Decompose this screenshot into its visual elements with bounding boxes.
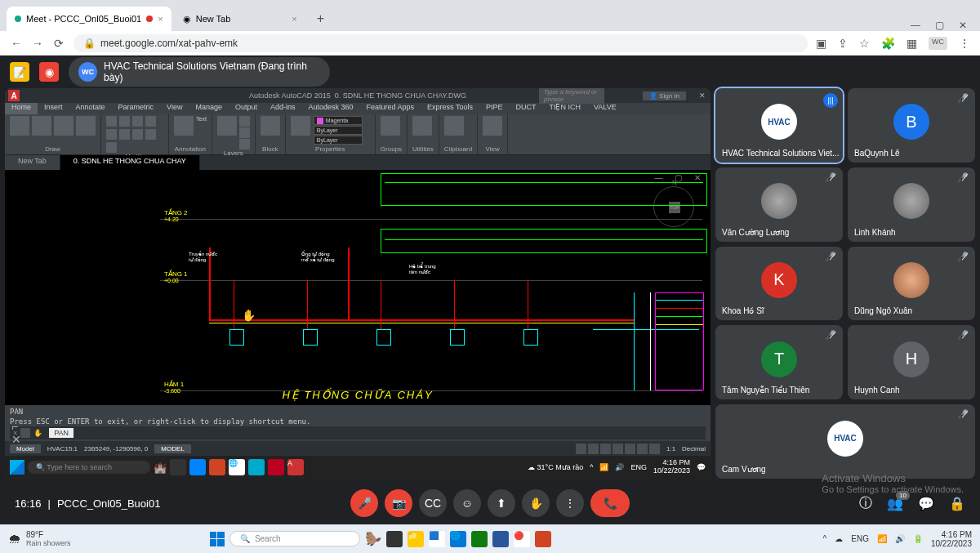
forward-icon[interactable]: → (31, 37, 44, 50)
snap-toggle[interactable] (576, 444, 586, 454)
tab-view[interactable]: View (160, 103, 189, 114)
doc-tab-active[interactable]: 0. SDNL HE THONG CHUA CHAY (60, 155, 200, 170)
reactions-button[interactable]: ☺ (453, 489, 481, 517)
chat-button[interactable]: 💬 (918, 496, 934, 511)
excel-icon[interactable] (471, 531, 488, 547)
participant-tile[interactable]: 🎤̸ Dũng Ngô Xuân (848, 247, 975, 321)
app-icon[interactable]: 🦫 (365, 531, 381, 546)
wifi-icon[interactable]: 📶 (599, 463, 608, 471)
participant-tile[interactable]: 🎤̸ Linh Khánh (848, 167, 975, 242)
osnap-toggle[interactable] (625, 444, 635, 454)
people-button[interactable]: 👥 (887, 496, 903, 511)
grid-toggle[interactable] (588, 444, 599, 454)
arc-tool[interactable] (76, 116, 96, 136)
tab-duct[interactable]: DUCT (509, 103, 542, 114)
weather[interactable]: ☁ 31°C Mưa rào (528, 463, 583, 471)
search-input[interactable]: 🔍 Search (229, 531, 360, 546)
polar-toggle[interactable] (612, 444, 623, 454)
url-input[interactable]: 🔒 meet.google.com/xat-pahv-emk (74, 34, 808, 52)
text-tool[interactable] (174, 116, 194, 136)
leave-button[interactable]: 📞 (590, 489, 630, 517)
activities-button[interactable]: 🔒 (949, 496, 965, 511)
app-icon[interactable]: 🟦 (429, 531, 445, 547)
camera-button[interactable]: 📷 (385, 489, 412, 517)
raise-hand-button[interactable]: ✋ (522, 489, 550, 517)
tray-chevron[interactable]: ^ (590, 463, 593, 471)
circle-tool[interactable] (54, 116, 74, 136)
minimize-icon[interactable]: — (911, 20, 920, 31)
stretch-tool[interactable] (132, 116, 143, 127)
match-props-tool[interactable] (291, 116, 310, 136)
participant-tile[interactable]: K 🎤̸ Khoa Hồ Sĩ (715, 247, 843, 321)
start-button[interactable] (210, 532, 225, 546)
chrome-icon[interactable]: 🔴 (514, 531, 530, 547)
layer-tool[interactable] (239, 127, 250, 138)
participant-tile[interactable]: T 🎤̸ Tâm Nguyễn Tiểu Thiên (715, 325, 843, 399)
polyline-tool[interactable] (32, 116, 51, 136)
star-icon[interactable]: ☆ (859, 37, 870, 50)
insert-tool[interactable] (261, 116, 280, 136)
record-icon[interactable]: ◉ (39, 62, 59, 82)
model-button[interactable]: MODEL (154, 444, 190, 453)
trim-tool[interactable] (132, 129, 143, 140)
copy-tool[interactable] (119, 116, 130, 127)
tab-annotate[interactable]: Annotate (69, 103, 112, 114)
app-icon[interactable] (248, 459, 265, 475)
new-tab-button[interactable]: + (309, 7, 332, 31)
paste-tool[interactable] (444, 116, 464, 136)
menu-icon[interactable]: ⋮ (959, 37, 970, 50)
ppt-icon[interactable] (535, 531, 551, 547)
color-select[interactable]: Magenta (314, 116, 363, 125)
mirror-tool[interactable] (106, 129, 117, 140)
drawing-canvas[interactable]: — ▢ ✕ TOP TẦNG 2+4.20 TẦNG 1+0.00 HẦM 1-… (5, 170, 710, 405)
measure-tool[interactable] (412, 116, 432, 136)
volume-icon[interactable]: 🔊 (895, 534, 905, 543)
ppt-icon[interactable] (209, 459, 225, 475)
tab-valve[interactable]: VALVE (587, 103, 623, 114)
participant-tile[interactable]: HVAC ||| HVAC Technical Solutions Viet..… (715, 88, 843, 163)
fillet-tool[interactable] (145, 129, 156, 140)
ortho-toggle[interactable] (600, 444, 611, 454)
lwt-toggle[interactable] (649, 444, 660, 454)
autocad-icon[interactable]: A (287, 459, 304, 475)
back-icon[interactable]: ← (10, 37, 23, 50)
browser-tab[interactable]: ◉ New Tab × (175, 7, 305, 31)
doc-tab[interactable]: New Tab (5, 155, 60, 170)
battery-icon[interactable]: 🔋 (913, 534, 923, 543)
rotate-tool[interactable] (145, 116, 156, 127)
layer-tool[interactable] (239, 116, 250, 127)
browser-tab-active[interactable]: Meet - PCCC_Onl05_Buoi01 × (7, 7, 172, 31)
info-button[interactable]: ⓘ (859, 495, 872, 512)
wifi-icon[interactable]: 📶 (877, 534, 887, 543)
participant-tile[interactable]: HVAC 🎤̸ Cam Vương (715, 404, 975, 479)
layer-tool[interactable] (239, 139, 250, 149)
lang[interactable]: ENG (851, 534, 869, 543)
scale-tool[interactable] (119, 129, 130, 140)
search-input[interactable]: 🔍 Type here to search (28, 461, 150, 474)
taskview-icon[interactable] (170, 459, 186, 475)
puzzle-icon[interactable]: 🧩 (881, 37, 895, 50)
present-button[interactable]: ⬆ (488, 489, 515, 517)
tab-parametric[interactable]: Parametric (112, 103, 161, 114)
keep-icon[interactable]: 📝 (10, 62, 29, 82)
layer-props-tool[interactable] (217, 116, 237, 136)
word-icon[interactable] (492, 531, 509, 547)
scale[interactable]: 1:1 (666, 445, 675, 453)
tab-featured[interactable]: Featured Apps (360, 103, 421, 114)
chrome-icon[interactable]: 🌐 (229, 459, 245, 475)
close-icon[interactable]: × (292, 14, 296, 24)
more-button[interactable]: ⋮ (556, 489, 584, 517)
weather-widget[interactable]: 🌧 89°FRain showers (8, 530, 71, 547)
units[interactable]: Decimal (682, 445, 706, 453)
line-tool[interactable] (10, 116, 29, 136)
mic-button[interactable]: 🎤 (350, 489, 378, 517)
close-icon[interactable]: × (158, 14, 163, 24)
edge-icon[interactable]: 🌐 (450, 531, 466, 547)
onedrive-icon[interactable]: ☁ (835, 534, 843, 543)
participant-tile[interactable]: B 🎤̸ BaQuynh Lê (848, 88, 975, 163)
zalo-icon[interactable] (189, 459, 206, 475)
extensions-icon[interactable]: ▦ (906, 37, 917, 50)
lineweight-select[interactable]: ByLayer (314, 136, 363, 145)
lang[interactable]: ENG (630, 463, 647, 471)
cast-icon[interactable]: ▣ (816, 37, 826, 50)
